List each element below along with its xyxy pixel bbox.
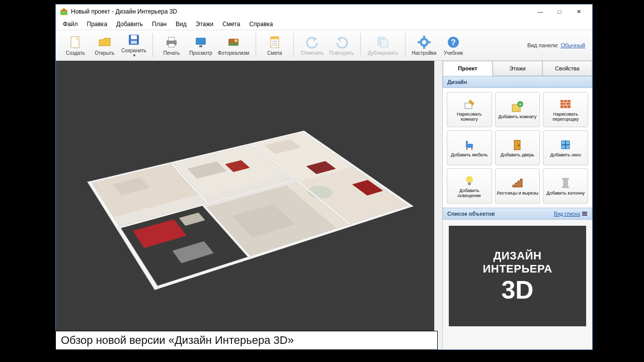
svg-point-24 bbox=[422, 40, 426, 44]
list-view-toggle[interactable]: Вид списка bbox=[554, 211, 588, 217]
add-furniture-button[interactable]: Добавить мебель bbox=[447, 130, 492, 165]
tab-project[interactable]: Проект bbox=[443, 61, 493, 76]
menu-view[interactable]: Вид bbox=[172, 20, 191, 29]
app-icon bbox=[60, 8, 68, 16]
svg-rect-55 bbox=[562, 178, 569, 179]
settings-button[interactable]: Настройки bbox=[410, 31, 439, 59]
add-room-icon: + bbox=[511, 100, 524, 113]
photoreal-button[interactable]: Фотореализм bbox=[215, 31, 252, 59]
undo-button[interactable]: Отменить bbox=[298, 31, 327, 59]
draw-room-button[interactable]: Нарисовать комнату bbox=[447, 92, 492, 127]
svg-rect-61 bbox=[582, 213, 587, 214]
lightbulb-icon bbox=[463, 174, 476, 187]
print-button[interactable]: Печать bbox=[157, 31, 186, 59]
svg-rect-9 bbox=[169, 44, 175, 47]
panel-mode-selector: Вид панели: Обычный bbox=[527, 42, 589, 48]
add-door-button[interactable]: Добавить дверь bbox=[495, 130, 540, 165]
svg-rect-27 bbox=[418, 41, 421, 43]
toolbar: Создать Открыть Сохранить ▼ bbox=[56, 30, 592, 61]
window-icon bbox=[559, 138, 572, 151]
promo-banner: ДИЗАЙН ИНТЕРЬЕРА 3D bbox=[449, 226, 586, 326]
open-button[interactable]: Открыть bbox=[90, 31, 119, 59]
3d-viewport[interactable] bbox=[56, 61, 434, 349]
maximize-button[interactable]: □ bbox=[550, 6, 569, 17]
chair-icon bbox=[463, 138, 476, 151]
svg-rect-2 bbox=[71, 37, 79, 48]
svg-marker-20 bbox=[337, 37, 341, 42]
design-section-header: Дизайн bbox=[443, 76, 592, 88]
monitor-icon bbox=[194, 35, 208, 49]
svg-marker-19 bbox=[313, 37, 317, 42]
printer-icon bbox=[165, 35, 179, 49]
svg-point-52 bbox=[466, 176, 473, 183]
svg-rect-56 bbox=[562, 187, 569, 188]
menu-estimate[interactable]: Смета bbox=[218, 20, 244, 29]
duplicate-button[interactable]: Дублировать bbox=[365, 31, 401, 59]
save-button[interactable]: Сохранить ▼ bbox=[119, 31, 148, 59]
svg-rect-6 bbox=[131, 41, 137, 44]
objects-section-header: Список объектов Вид списка bbox=[443, 208, 592, 220]
svg-rect-26 bbox=[423, 46, 425, 49]
new-file-icon bbox=[68, 35, 83, 49]
add-column-button[interactable]: Добавить колонну bbox=[543, 168, 588, 204]
minimize-button[interactable]: — bbox=[531, 6, 550, 17]
stairs-button[interactable]: Лестницы и вырезы bbox=[495, 168, 540, 204]
tab-properties[interactable]: Свойства bbox=[542, 61, 592, 76]
svg-point-13 bbox=[234, 39, 237, 42]
viewport-scrollbar[interactable] bbox=[434, 61, 442, 349]
column-icon bbox=[559, 176, 572, 190]
redo-icon bbox=[335, 35, 349, 49]
app-window: Новый проект - Дизайн Интерьера 3D — □ ✕… bbox=[55, 4, 593, 350]
svg-marker-1 bbox=[60, 8, 68, 11]
chevron-down-icon[interactable]: ▼ bbox=[132, 53, 136, 58]
menu-plan[interactable]: План bbox=[148, 20, 171, 29]
render-icon bbox=[226, 35, 240, 49]
titlebar: Новый проект - Дизайн Интерьера 3D — □ ✕ bbox=[56, 5, 592, 19]
help-button[interactable]: ? Учебник bbox=[439, 31, 468, 59]
draw-partition-button[interactable]: Нарисовать перегородку bbox=[543, 92, 588, 127]
gear-icon bbox=[417, 35, 431, 49]
pencil-room-icon bbox=[463, 98, 476, 111]
help-icon: ? bbox=[446, 35, 460, 49]
side-panel: Проект Этажи Свойства Дизайн Нарисовать … bbox=[442, 61, 592, 349]
menu-floors[interactable]: Этажи bbox=[192, 20, 217, 29]
menu-help[interactable]: Справка bbox=[245, 20, 277, 29]
panel-mode-link[interactable]: Обычный bbox=[560, 42, 585, 48]
svg-text:+: + bbox=[519, 102, 522, 107]
svg-rect-62 bbox=[582, 215, 587, 216]
estimate-button[interactable]: Смета bbox=[260, 31, 289, 59]
duplicate-icon bbox=[376, 35, 390, 49]
menubar: Файл Правка Добавить План Вид Этажи Смет… bbox=[56, 19, 592, 30]
svg-rect-10 bbox=[196, 38, 206, 45]
estimate-icon bbox=[268, 35, 282, 49]
menu-edit[interactable]: Правка bbox=[83, 20, 112, 29]
preview-button[interactable]: Просмотр bbox=[186, 31, 215, 59]
svg-rect-28 bbox=[428, 41, 431, 43]
tab-floors[interactable]: Этажи bbox=[493, 61, 542, 76]
svg-point-48 bbox=[518, 144, 520, 146]
svg-rect-8 bbox=[169, 37, 175, 41]
add-room-button[interactable]: + Добавить комнату bbox=[495, 92, 540, 127]
close-button[interactable]: ✕ bbox=[569, 6, 588, 17]
brick-wall-icon bbox=[559, 98, 572, 111]
menu-add[interactable]: Добавить bbox=[112, 20, 147, 29]
svg-text:?: ? bbox=[451, 38, 456, 47]
video-caption: Обзор новой версии «Дизайн Интерьера 3D» bbox=[55, 331, 438, 350]
svg-rect-11 bbox=[199, 45, 202, 47]
redo-button[interactable]: Повторить bbox=[327, 31, 356, 59]
stairs-icon bbox=[511, 176, 524, 190]
list-icon bbox=[582, 211, 588, 217]
folder-open-icon bbox=[98, 35, 112, 49]
window-title: Новый проект - Дизайн Интерьера 3D bbox=[71, 8, 531, 15]
add-light-button[interactable]: Добавить освещение bbox=[447, 168, 492, 204]
svg-rect-53 bbox=[468, 183, 471, 185]
svg-rect-46 bbox=[471, 148, 472, 150]
door-icon bbox=[511, 138, 524, 151]
svg-rect-44 bbox=[466, 141, 468, 145]
svg-rect-5 bbox=[131, 35, 137, 39]
create-button[interactable]: Создать bbox=[61, 31, 90, 59]
undo-icon bbox=[305, 35, 319, 49]
menu-file[interactable]: Файл bbox=[59, 20, 82, 29]
svg-rect-45 bbox=[466, 148, 467, 150]
add-window-button[interactable]: Добавить окно bbox=[543, 130, 588, 165]
